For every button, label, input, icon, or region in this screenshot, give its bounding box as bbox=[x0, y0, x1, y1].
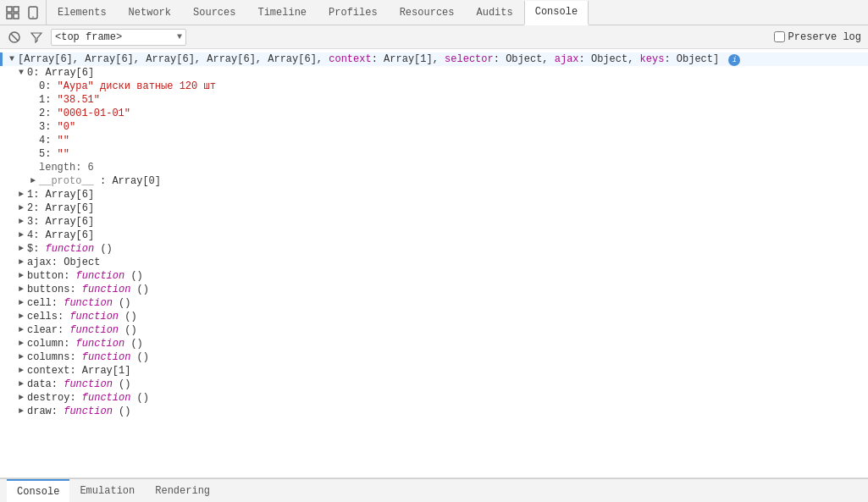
clear-expand[interactable]: ► bbox=[15, 323, 27, 337]
clear-function-line[interactable]: ► clear: function () bbox=[12, 323, 868, 337]
array-0-item-5: 5: "" bbox=[24, 147, 868, 161]
ajax-object-line[interactable]: ► ajax: Object bbox=[12, 256, 868, 269]
array-0-proto[interactable]: ► __proto__ : Array[0] bbox=[24, 174, 868, 188]
clear-console-icon[interactable] bbox=[7, 30, 22, 45]
array-0-item-3: 3: "0" bbox=[24, 120, 868, 134]
array-0-item-0: 0: "Аура" диски ватные 120 шт bbox=[24, 80, 868, 93]
svg-rect-2 bbox=[7, 14, 12, 19]
ajax-expand[interactable]: ► bbox=[15, 256, 27, 269]
button-expand[interactable]: ► bbox=[15, 269, 27, 283]
bottom-tab-console[interactable]: Console bbox=[7, 479, 69, 502]
tab-console[interactable]: Console bbox=[524, 1, 589, 25]
frame-dropdown-arrow: ▼ bbox=[177, 32, 182, 41]
data-expand[interactable]: ► bbox=[15, 378, 27, 391]
main-array-line[interactable]: ▼ [Array[6], Array[6], Array[6], Array[6… bbox=[0, 52, 868, 66]
columns-expand[interactable]: ► bbox=[15, 350, 27, 364]
data-function-line[interactable]: ► data: function () bbox=[12, 378, 868, 391]
array-3-line[interactable]: ► 3: Array[6] bbox=[12, 215, 868, 229]
dollar-expand[interactable]: ► bbox=[15, 242, 27, 256]
devtools-inspect-icon[interactable] bbox=[5, 5, 20, 20]
cell-function-line[interactable]: ► cell: function () bbox=[12, 296, 868, 310]
tab-sources[interactable]: Sources bbox=[182, 0, 246, 25]
bottom-tab-rendering[interactable]: Rendering bbox=[145, 479, 220, 502]
array-0-item-1: 1: "38.51" bbox=[24, 93, 868, 107]
draw-function-line[interactable]: ► draw: function () bbox=[12, 405, 868, 418]
column-expand[interactable]: ► bbox=[15, 337, 27, 350]
buttons-function-line[interactable]: ► buttons: function () bbox=[12, 283, 868, 296]
array-0-length: length: 6 bbox=[24, 161, 868, 174]
context-array-line[interactable]: ► context: Array[1] bbox=[12, 364, 868, 378]
devtools-mobile-icon[interactable] bbox=[25, 5, 41, 20]
cells-expand[interactable]: ► bbox=[15, 310, 27, 323]
array-0-expand[interactable]: ▼ bbox=[15, 66, 27, 80]
buttons-expand[interactable]: ► bbox=[15, 283, 27, 296]
devtools-icons bbox=[0, 0, 47, 25]
tab-timeline[interactable]: Timeline bbox=[246, 0, 318, 25]
array-1-line[interactable]: ► 1: Array[6] bbox=[12, 188, 868, 201]
svg-rect-3 bbox=[14, 14, 19, 19]
console-output: ▼ [Array[6], Array[6], Array[6], Array[6… bbox=[0, 49, 868, 478]
array-4-line[interactable]: ► 4: Array[6] bbox=[12, 229, 868, 242]
cell-expand[interactable]: ► bbox=[15, 296, 27, 310]
preserve-log-checkbox[interactable]: Preserve log bbox=[774, 31, 861, 43]
columns-function-line[interactable]: ► columns: function () bbox=[12, 350, 868, 364]
svg-point-5 bbox=[32, 16, 34, 18]
bottom-tab-bar: Console Emulation Rendering bbox=[0, 478, 868, 502]
destroy-expand[interactable]: ► bbox=[15, 391, 27, 405]
tab-resources[interactable]: Resources bbox=[389, 0, 466, 25]
column-function-line[interactable]: ► column: function () bbox=[12, 337, 868, 350]
tab-network[interactable]: Network bbox=[118, 0, 182, 25]
main-array-expand[interactable]: ▼ bbox=[6, 52, 18, 66]
array-2-expand[interactable]: ► bbox=[15, 201, 27, 215]
svg-rect-0 bbox=[7, 7, 12, 12]
cells-function-line[interactable]: ► cells: function () bbox=[12, 310, 868, 323]
preserve-log-input[interactable] bbox=[774, 31, 785, 42]
svg-rect-1 bbox=[14, 7, 19, 12]
dollar-function-line[interactable]: ► $: function () bbox=[12, 242, 868, 256]
array-0-line[interactable]: ▼ 0: Array[6] bbox=[12, 66, 868, 80]
context-expand[interactable]: ► bbox=[15, 364, 27, 378]
tab-profiles[interactable]: Profiles bbox=[318, 0, 389, 25]
frame-selector[interactable]: <top frame> ▼ bbox=[51, 29, 186, 46]
top-tab-bar: Elements Network Sources Timeline Profil… bbox=[0, 0, 868, 25]
console-toolbar: <top frame> ▼ Preserve log bbox=[0, 25, 868, 49]
array-1-expand[interactable]: ► bbox=[15, 188, 27, 201]
tab-audits[interactable]: Audits bbox=[465, 0, 523, 25]
draw-expand[interactable]: ► bbox=[15, 405, 27, 418]
bottom-tab-emulation[interactable]: Emulation bbox=[69, 479, 145, 502]
array-2-line[interactable]: ► 2: Array[6] bbox=[12, 201, 868, 215]
array-0-item-2: 2: "0001-01-01" bbox=[24, 107, 868, 120]
svg-line-7 bbox=[11, 34, 18, 41]
array-3-expand[interactable]: ► bbox=[15, 215, 27, 229]
tab-elements[interactable]: Elements bbox=[47, 0, 118, 25]
button-function-line[interactable]: ► button: function () bbox=[12, 269, 868, 283]
array-4-expand[interactable]: ► bbox=[15, 229, 27, 242]
filter-icon[interactable] bbox=[29, 30, 44, 45]
info-icon[interactable]: i bbox=[728, 54, 740, 66]
destroy-function-line[interactable]: ► destroy: function () bbox=[12, 391, 868, 405]
array-0-item-4: 4: "" bbox=[24, 134, 868, 147]
proto-expand[interactable]: ► bbox=[27, 174, 39, 188]
